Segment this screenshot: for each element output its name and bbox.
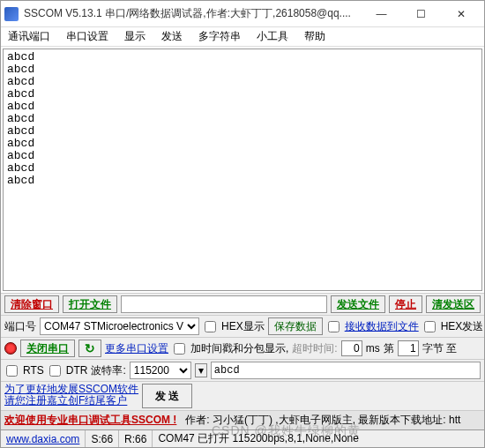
- app-icon: [4, 7, 19, 21]
- clear-window-button[interactable]: 清除窗口: [4, 295, 59, 313]
- port-label: 端口号: [4, 319, 36, 334]
- baud-label: 波特率:: [91, 363, 125, 378]
- menu-help[interactable]: 帮助: [301, 27, 329, 46]
- receive-textarea[interactable]: abcd abcd abcd abcd abcd abcd abcd abcd …: [3, 49, 482, 291]
- file-path-input[interactable]: [121, 295, 327, 313]
- toolbar-row-5: 为了更好地发展SSCOM软件 请您注册嘉立创F结尾客户 发 送: [1, 381, 484, 410]
- hex-show-checkbox[interactable]: [205, 321, 216, 332]
- site-link[interactable]: www.daxia.com: [6, 433, 79, 445]
- welcome-text[interactable]: 欢迎使用专业串口调试工具SSCOM !: [4, 413, 176, 428]
- r-label: R:: [124, 433, 135, 445]
- refresh-button[interactable]: ↻: [78, 340, 101, 357]
- baud-select[interactable]: 115200: [130, 362, 191, 379]
- close-button[interactable]: ✕: [441, 1, 481, 27]
- menu-tools[interactable]: 小工具: [253, 27, 292, 46]
- statusbar: www.daxia.com S:66 R:66 COM47 已打开 115200…: [1, 429, 484, 447]
- com-info: COM47 已打开 115200bps,8,1,None,None: [158, 431, 358, 446]
- timeout-input[interactable]: [341, 340, 362, 356]
- menu-port[interactable]: 通讯端口: [4, 27, 54, 46]
- send-button[interactable]: 发 送: [142, 384, 192, 408]
- port-select[interactable]: COM47 STMicroelectronics V: [40, 317, 199, 335]
- dtr-checkbox[interactable]: [49, 365, 61, 377]
- rx-to-file-label[interactable]: 接收数据到文件: [345, 319, 419, 334]
- author-text: 作者: 习小猛(丁丁) ,大虾电子网版主, 最新版本下载地址: htt: [185, 413, 460, 428]
- send-file-button[interactable]: 发送文件: [331, 295, 385, 313]
- rx-to-file-checkbox[interactable]: [328, 321, 340, 332]
- timestamp-checkbox[interactable]: [174, 343, 185, 355]
- r-value: 66: [135, 433, 146, 445]
- more-settings-link[interactable]: 更多串口设置: [105, 341, 168, 356]
- timeout-label: 超时时间:: [292, 341, 337, 356]
- seg-label-1: 第: [384, 341, 394, 356]
- seg-input[interactable]: [398, 340, 419, 356]
- menu-serial-settings[interactable]: 串口设置: [63, 27, 112, 46]
- menu-send[interactable]: 发送: [158, 27, 186, 46]
- ms-label: ms: [366, 342, 380, 355]
- s-label: S:: [91, 433, 101, 445]
- rts-checkbox[interactable]: [6, 365, 18, 377]
- hex-send-label: HEX发送: [441, 319, 484, 334]
- titlebar: SSCOM V5.13.1 串口/网络数据调试器,作者:大虾丁丁,2618058…: [1, 1, 484, 27]
- menu-display[interactable]: 显示: [121, 27, 149, 46]
- toolbar-row-3: 关闭串口 ↻ 更多串口设置 加时间戳和分包显示, 超时时间: ms 第 字节 至: [1, 337, 484, 359]
- record-icon: [4, 342, 17, 355]
- hex-show-label: HEX显示: [221, 319, 265, 334]
- maximize-button[interactable]: ☐: [401, 1, 441, 27]
- seg-label-2: 字节 至: [422, 341, 457, 356]
- minimize-button[interactable]: —: [362, 1, 401, 27]
- clear-send-button[interactable]: 清发送区: [426, 295, 481, 313]
- baud-dropdown-icon[interactable]: ▾: [195, 363, 207, 377]
- close-port-button[interactable]: 关闭串口: [20, 340, 75, 357]
- rts-label: RTS: [23, 364, 44, 377]
- send-input[interactable]: [211, 362, 481, 379]
- toolbar-row-4: RTS DTR 波特率: 115200 ▾: [1, 359, 484, 381]
- toolbar-row-1: 清除窗口 打开文件 发送文件 停止 清发送区: [1, 293, 484, 315]
- window-title: SSCOM V5.13.1 串口/网络数据调试器,作者:大虾丁丁,2618058…: [24, 6, 362, 21]
- menubar: 通讯端口 串口设置 显示 发送 多字符串 小工具 帮助: [1, 27, 484, 47]
- dtr-label: DTR: [66, 364, 88, 377]
- promo-line-2[interactable]: 请您注册嘉立创F结尾客户: [4, 395, 138, 407]
- toolbar-row-6: 欢迎使用专业串口调试工具SSCOM ! 作者: 习小猛(丁丁) ,大虾电子网版主…: [1, 410, 484, 429]
- toolbar-row-2: 端口号 COM47 STMicroelectronics V HEX显示 保存数…: [1, 315, 484, 337]
- s-value: 66: [101, 433, 113, 445]
- open-file-button[interactable]: 打开文件: [63, 295, 117, 313]
- stop-button[interactable]: 停止: [389, 295, 422, 313]
- refresh-icon: ↻: [85, 341, 95, 355]
- timestamp-label: 加时间戳和分包显示,: [190, 341, 288, 356]
- save-data-button[interactable]: 保存数据: [268, 317, 323, 335]
- hex-send-checkbox[interactable]: [424, 321, 436, 332]
- menu-multistring[interactable]: 多字符串: [195, 27, 244, 46]
